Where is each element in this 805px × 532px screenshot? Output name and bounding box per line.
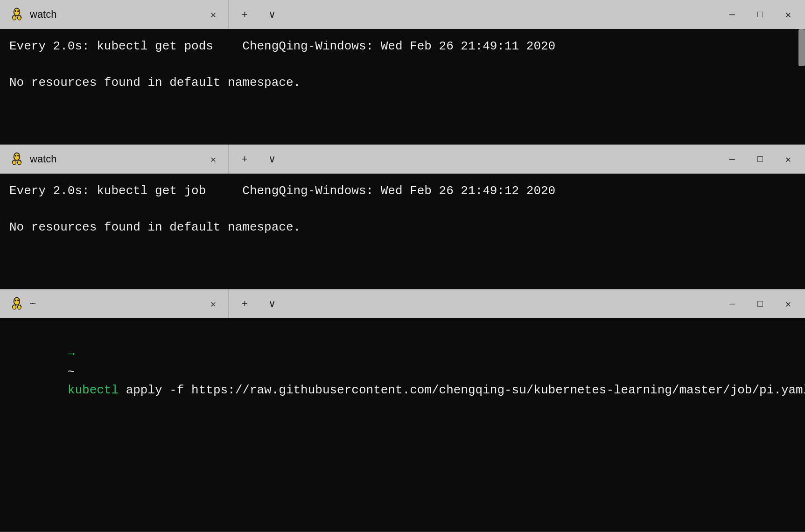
svg-point-14 [15,155,17,157]
terminal-pane-3: ~ ✕ + ∨ — □ ✕ → ~ kubectl apply -f https… [0,289,805,532]
titlebar-left-1: watch ✕ [0,0,229,29]
prompt-tilde: ~ [68,365,75,379]
minimize-button-2[interactable]: — [725,152,740,167]
terminal-pane-1: watch ✕ + ∨ — □ ✕ Every 2.0s: kubectl ge… [0,0,805,145]
tab-title-3: ~ [30,298,36,310]
svg-point-15 [17,155,19,157]
terminal-output-3[interactable]: → ~ kubectl apply -f https://raw.githubu… [0,318,805,532]
tab-close-1[interactable]: ✕ [207,7,220,22]
close-button-2[interactable]: ✕ [781,152,796,167]
status-line-2: Every 2.0s: kubectl get job ChengQing-Wi… [9,182,796,200]
svg-point-24 [15,300,17,301]
titlebar-right-2: + ∨ — □ ✕ [229,145,805,174]
scrollbar-1[interactable] [798,29,805,66]
svg-point-3 [14,8,20,15]
add-tab-button-2[interactable]: + [238,151,252,167]
svg-point-23 [14,298,20,304]
terminal-output-2: Every 2.0s: kubectl get job ChengQing-Wi… [0,174,805,289]
minimize-button-1[interactable]: — [725,7,740,22]
terminal-app: watch ✕ + ∨ — □ ✕ Every 2.0s: kubectl ge… [0,0,805,532]
terminal-pane-2: watch ✕ + ∨ — □ ✕ Every 2.0s: kubectl ge… [0,145,805,289]
blank-line-2 [9,200,796,218]
add-tab-button-1[interactable]: + [238,7,252,22]
maximize-button-2[interactable]: □ [753,152,768,167]
svg-point-13 [14,153,20,160]
svg-point-25 [17,300,19,301]
minimize-button-3[interactable]: — [725,297,740,311]
tab-close-2[interactable]: ✕ [207,152,220,167]
tab-close-3[interactable]: ✕ [207,296,220,312]
output-line-1: No resources found in default namespace. [9,74,796,92]
output-line-2: No resources found in default namespace. [9,218,796,237]
prompt-rest: apply -f https://raw.githubusercontent.c… [119,383,805,397]
prompt-line-3: → ~ kubectl apply -f https://raw.githubu… [9,327,796,418]
svg-point-4 [15,10,17,12]
status-line-1: Every 2.0s: kubectl get pods ChengQing-W… [9,37,796,56]
svg-point-5 [17,10,19,12]
tab-title-2: watch [30,153,56,165]
dropdown-button-1[interactable]: ∨ [265,7,280,22]
close-button-1[interactable]: ✕ [781,7,796,22]
maximize-button-3[interactable]: □ [753,297,768,311]
titlebar-right-3: + ∨ — □ ✕ [229,289,805,318]
titlebar-2: watch ✕ + ∨ — □ ✕ [0,145,805,174]
titlebar-right-1: + ∨ — □ ✕ [229,0,805,29]
titlebar-left-3: ~ ✕ [0,289,229,318]
titlebar-left-2: watch ✕ [0,145,229,174]
linux-icon-3 [8,295,25,312]
dropdown-button-3[interactable]: ∨ [265,296,280,312]
titlebar-1: watch ✕ + ∨ — □ ✕ [0,0,805,29]
tab-title-1: watch [30,8,56,21]
close-button-3[interactable]: ✕ [781,296,796,312]
prompt-arrow-icon: → [68,347,75,361]
maximize-button-1[interactable]: □ [753,7,768,22]
terminal-output-1: Every 2.0s: kubectl get pods ChengQing-W… [0,29,805,144]
blank-line-1 [9,56,796,74]
prompt-cmd: kubectl [68,383,119,397]
linux-icon-1 [8,6,25,23]
add-tab-button-3[interactable]: + [238,296,252,312]
titlebar-3: ~ ✕ + ∨ — □ ✕ [0,289,805,318]
dropdown-button-2[interactable]: ∨ [265,151,280,167]
linux-icon-2 [8,151,25,168]
